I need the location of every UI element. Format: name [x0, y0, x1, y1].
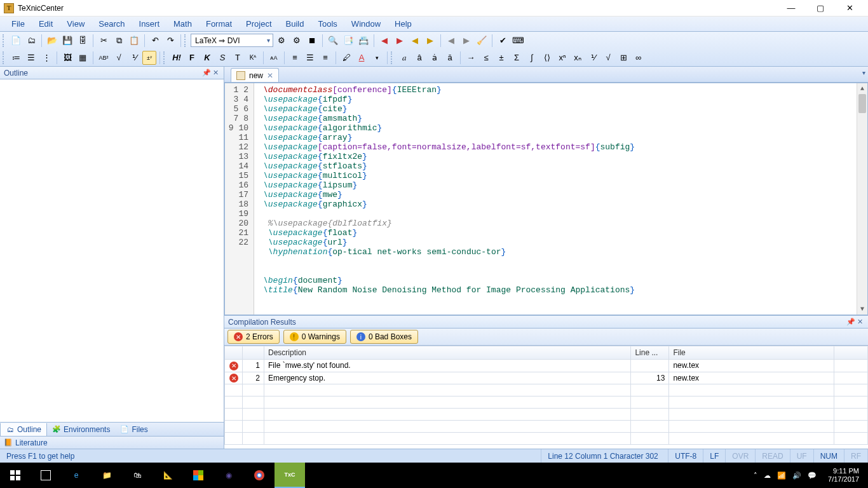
bgcolor-icon[interactable]: A — [355, 51, 369, 65]
toolbar-grip[interactable] — [3, 51, 6, 64]
tray-volume-icon[interactable]: 🔊 — [792, 471, 801, 480]
tray-chevron-icon[interactable]: ˄ — [754, 471, 757, 480]
math-sup-icon[interactable]: xⁿ — [555, 51, 569, 65]
menu-math[interactable]: Math — [167, 17, 198, 30]
italic-icon[interactable]: K — [200, 51, 214, 65]
menu-search[interactable]: Search — [92, 17, 131, 30]
tray-network-icon[interactable]: 📶 — [777, 471, 786, 480]
slanted-icon[interactable]: S — [215, 51, 229, 65]
tiny-icon[interactable]: ᴀA — [267, 51, 281, 65]
math-a-icon[interactable]: 𝑎 — [397, 51, 411, 65]
frac-icon[interactable]: ⅟ — [127, 51, 141, 65]
align-left-icon[interactable]: ≡ — [288, 51, 302, 65]
stop-build-icon[interactable]: ⏹ — [305, 34, 319, 48]
math-rel-icon[interactable]: ≤ — [479, 51, 493, 65]
math-arrow-icon[interactable]: → — [464, 51, 478, 65]
code-content[interactable]: \documentclass[conference]{IEEEtran} \us… — [254, 83, 867, 315]
abc-icon[interactable]: AB² — [97, 51, 111, 65]
math-sum-icon[interactable]: Σ — [510, 51, 524, 65]
tray-notifications-icon[interactable]: 💬 — [808, 471, 817, 480]
math-frac2-icon[interactable]: ⅟ — [586, 51, 600, 65]
menu-tools[interactable]: Tools — [312, 17, 344, 30]
math-int-icon[interactable]: ∫ — [525, 51, 539, 65]
figure-icon[interactable]: 🖼 — [60, 51, 74, 65]
textcolor-icon[interactable]: 🖊 — [339, 51, 353, 65]
view-output-icon[interactable]: 🔍 — [326, 34, 340, 48]
math-sqrt2-icon[interactable]: √ — [601, 51, 615, 65]
store-icon[interactable]: 🛍 — [122, 463, 153, 488]
save-all-icon[interactable]: 🗄 — [76, 34, 90, 48]
vertical-scrollbar[interactable]: ▲ ▼ — [857, 83, 867, 315]
redo-icon[interactable]: ↷ — [163, 34, 177, 48]
menu-build[interactable]: Build — [280, 17, 311, 30]
prev-warning-icon[interactable]: ◀ — [408, 34, 422, 48]
new-project-icon[interactable]: 🗂 — [24, 34, 38, 48]
description-icon[interactable]: ⋮ — [39, 51, 53, 65]
sidebar-tab-outline[interactable]: 🗂Outline — [0, 423, 47, 436]
enumerate-icon[interactable]: ☰ — [24, 51, 38, 65]
results-col-4[interactable]: File — [669, 346, 834, 360]
scroll-up-icon[interactable]: ▲ — [857, 83, 867, 94]
results-col-1[interactable] — [243, 346, 264, 360]
menu-edit[interactable]: Edit — [32, 17, 59, 30]
autocomplete-icon[interactable]: ⌨ — [511, 34, 525, 48]
menu-file[interactable]: File — [5, 17, 31, 30]
results-row[interactable]: ✕2Emergency stop.13new.tex — [225, 372, 868, 384]
scroll-down-icon[interactable]: ▼ — [857, 304, 867, 315]
prev-badbox-icon[interactable]: ◀ — [444, 34, 458, 48]
math-misc-icon[interactable]: ∞ — [632, 51, 646, 65]
cut-icon[interactable]: ✂ — [97, 34, 111, 48]
edge-icon[interactable]: e — [61, 463, 92, 488]
math-sub-icon[interactable]: xₙ — [571, 51, 585, 65]
sidebar-tab-files[interactable]: 📄Files — [115, 423, 153, 436]
save-icon[interactable]: 💾 — [60, 34, 74, 48]
app-icon[interactable] — [183, 463, 214, 488]
emph-icon[interactable]: H! — [170, 51, 184, 65]
copy-icon[interactable]: ⧉ — [112, 34, 126, 48]
clean-icon[interactable]: 🧹 — [475, 34, 489, 48]
build-icon[interactable]: ⚙ — [275, 34, 288, 48]
badboxes-filter-button[interactable]: i0 Bad Boxes — [350, 330, 418, 344]
close-panel-icon[interactable]: ✕ — [855, 318, 864, 326]
prev-error-icon[interactable]: ◀ — [377, 34, 391, 48]
window-minimize-button[interactable]: — — [776, 0, 806, 17]
menu-insert[interactable]: Insert — [133, 17, 166, 30]
itemize-icon[interactable]: ≔ — [9, 51, 23, 65]
math-dot-icon[interactable]: ȧ — [428, 51, 442, 65]
pin-icon[interactable]: 📌 — [202, 69, 211, 77]
tray-onedrive-icon[interactable]: ☁ — [764, 471, 771, 480]
spellcheck-icon[interactable]: ✔ — [496, 34, 510, 48]
math-delim-icon[interactable]: ⟨⟩ — [540, 51, 554, 65]
window-close-button[interactable]: ✕ — [835, 0, 864, 17]
menu-view[interactable]: View — [60, 17, 91, 30]
dropdown-icon[interactable]: ▾ — [370, 51, 384, 65]
literature-tab[interactable]: 📙 Literature — [0, 436, 224, 449]
open-icon[interactable]: 📂 — [45, 34, 59, 48]
toolbar-grip[interactable] — [184, 34, 187, 47]
undo-icon[interactable]: ↶ — [148, 34, 162, 48]
toolbar-grip[interactable] — [391, 51, 394, 64]
errors-filter-button[interactable]: ✕2 Errors — [227, 330, 280, 344]
explorer-icon[interactable]: 📁 — [92, 463, 122, 488]
typewriter-icon[interactable]: T — [231, 51, 245, 65]
menu-help[interactable]: Help — [388, 17, 418, 30]
build-view-icon[interactable]: ⚙ — [290, 34, 304, 48]
bibtex-icon[interactable]: 📑 — [341, 34, 355, 48]
results-col-5[interactable] — [834, 346, 868, 360]
align-right-icon[interactable]: ≡ — [318, 51, 332, 65]
sidebar-tab-environments[interactable]: 🧩Environments — [47, 423, 115, 436]
tray-clock[interactable]: 9:11 PM 7/17/2017 — [823, 467, 864, 484]
taskview-icon[interactable] — [31, 463, 61, 488]
scroll-thumb[interactable] — [858, 94, 866, 113]
document-tab[interactable]: new ✕ — [231, 68, 279, 82]
results-row[interactable]: ✕1File `mwe.sty' not found.new.tex — [225, 360, 868, 372]
matlab-icon[interactable]: 📐 — [153, 463, 183, 488]
math-matrix-icon[interactable]: ⊞ — [616, 51, 630, 65]
math-hat-icon[interactable]: â — [412, 51, 426, 65]
next-badbox-icon[interactable]: ▶ — [459, 34, 473, 48]
results-col-0[interactable] — [225, 346, 243, 360]
next-warning-icon[interactable]: ▶ — [423, 34, 437, 48]
menu-window[interactable]: Window — [345, 17, 387, 30]
math-overline-icon[interactable]: ā — [443, 51, 457, 65]
results-col-2[interactable]: Description — [264, 346, 631, 360]
